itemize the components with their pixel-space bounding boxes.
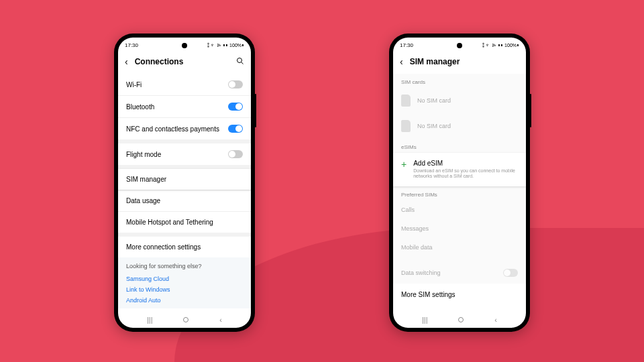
row-bluetooth[interactable]: Bluetooth	[118, 96, 251, 117]
page-title: Connections	[135, 57, 229, 66]
more-label: More connection settings	[126, 243, 201, 251]
sim-card-icon	[401, 120, 411, 132]
row-hotspot[interactable]: Mobile Hotspot and Tethering	[118, 212, 251, 233]
page-title: SIM manager	[410, 57, 519, 66]
nav-bar: ||| ‹	[393, 312, 526, 328]
nfc-label: NFC and contactless payments	[126, 125, 219, 133]
svg-line-1	[241, 62, 244, 64]
add-esim-subtitle: Download an eSIM so you can connect to m…	[413, 168, 518, 180]
link-link-to-windows[interactable]: Link to Windows	[126, 284, 243, 295]
sim-card-icon	[401, 95, 411, 107]
signal-icons: ⁑ ᯤ ⫸ ▮▮ 100%▮	[207, 43, 244, 48]
hotspot-label: Mobile Hotspot and Tethering	[126, 219, 213, 226]
data-switching-label: Data switching	[401, 269, 441, 276]
sim-label: SIM manager	[126, 176, 166, 183]
row-sim-slot-1[interactable]: No SIM card	[393, 88, 526, 113]
add-esim-title: Add eSIM	[413, 160, 518, 167]
status-indicators: ⁑ ᯤ ⫸ ▮▮ 100%▮	[207, 43, 244, 48]
nav-recents-icon[interactable]: |||	[147, 316, 153, 324]
row-messages[interactable]: Messages	[393, 219, 526, 238]
nav-recents-icon[interactable]: |||	[422, 316, 428, 324]
section-esims: eSIMs	[393, 139, 526, 153]
camera-cutout	[182, 43, 187, 48]
signal-icons: ⁑ ᯤ ⫸ ▮▮ 100%▮	[482, 43, 519, 48]
status-time: 17:30	[125, 42, 138, 48]
plus-icon: +	[401, 160, 407, 169]
wifi-label: Wi-Fi	[126, 81, 142, 88]
back-icon[interactable]: ‹	[125, 56, 128, 67]
search-icon[interactable]	[236, 57, 244, 66]
screen-connections: 17:30 ⁑ ᯤ ⫸ ▮▮ 100%▮ ‹ Connections Wi-Fi	[118, 38, 251, 328]
sim2-label: No SIM card	[417, 123, 451, 129]
add-esim-content: Add eSIM Download an eSIM so you can con…	[413, 160, 518, 180]
spacer	[393, 257, 526, 262]
row-sim-manager[interactable]: SIM manager	[118, 169, 251, 190]
data-label: Data usage	[126, 197, 160, 204]
data-switching-toggle[interactable]	[503, 269, 518, 277]
phone-right: 17:30 ⁑ ᯤ ⫸ ▮▮ 100%▮ ‹ SIM manager SIM c…	[389, 34, 530, 332]
flight-toggle[interactable]	[228, 150, 243, 158]
row-more-connection[interactable]: More connection settings	[118, 237, 251, 257]
svg-point-0	[237, 58, 242, 63]
row-calls[interactable]: Calls	[393, 200, 526, 219]
row-mobile-data[interactable]: Mobile data	[393, 238, 526, 257]
row-flight-mode[interactable]: Flight mode	[118, 143, 251, 165]
link-samsung-cloud[interactable]: Samsung Cloud	[126, 274, 243, 284]
link-android-auto[interactable]: Android Auto	[126, 295, 243, 306]
flight-label: Flight mode	[126, 151, 161, 158]
phone-left: 17:30 ⁑ ᯤ ⫸ ▮▮ 100%▮ ‹ Connections Wi-Fi	[114, 34, 255, 332]
row-sim-slot-2[interactable]: No SIM card	[393, 113, 526, 139]
camera-cutout	[457, 43, 462, 48]
header: ‹ Connections	[118, 52, 251, 74]
nav-bar: ||| ‹	[118, 312, 251, 328]
section-sim-cards: SIM cards	[393, 74, 526, 88]
back-icon[interactable]: ‹	[400, 56, 403, 67]
bluetooth-label: Bluetooth	[126, 103, 154, 111]
screen-sim-manager: 17:30 ⁑ ᯤ ⫸ ▮▮ 100%▮ ‹ SIM manager SIM c…	[393, 38, 526, 328]
settings-list: Wi-Fi Bluetooth NFC and contactless paym…	[118, 74, 251, 312]
nfc-toggle[interactable]	[228, 125, 243, 133]
row-nfc[interactable]: NFC and contactless payments	[118, 118, 251, 139]
sim1-label: No SIM card	[417, 97, 451, 104]
phone-mockups-container: 17:30 ⁑ ᯤ ⫸ ▮▮ 100%▮ ‹ Connections Wi-Fi	[0, 34, 644, 332]
row-data-switching[interactable]: Data switching	[393, 262, 526, 284]
row-data-usage[interactable]: Data usage	[118, 190, 251, 211]
wifi-toggle[interactable]	[228, 80, 243, 88]
status-time: 17:30	[400, 42, 413, 48]
nav-back-icon[interactable]: ‹	[494, 316, 497, 324]
bluetooth-toggle[interactable]	[228, 103, 243, 111]
status-indicators: ⁑ ᯤ ⫸ ▮▮ 100%▮	[482, 43, 519, 48]
sim-list: SIM cards No SIM card No SIM card eSIMs …	[393, 74, 526, 312]
row-more-sim-settings[interactable]: More SIM settings	[393, 284, 526, 306]
nav-home-icon[interactable]	[183, 317, 189, 322]
nav-back-icon[interactable]: ‹	[219, 316, 222, 324]
nav-home-icon[interactable]	[458, 317, 464, 322]
header: ‹ SIM manager	[393, 52, 526, 74]
section-preferred-sims: Preferred SIMs	[393, 186, 526, 200]
row-wifi[interactable]: Wi-Fi	[118, 74, 251, 95]
row-add-esim[interactable]: + Add eSIM Download an eSIM so you can c…	[393, 153, 526, 186]
footer-links-section: Looking for something else? Samsung Clou…	[118, 257, 251, 308]
footer-head: Looking for something else?	[126, 263, 243, 269]
